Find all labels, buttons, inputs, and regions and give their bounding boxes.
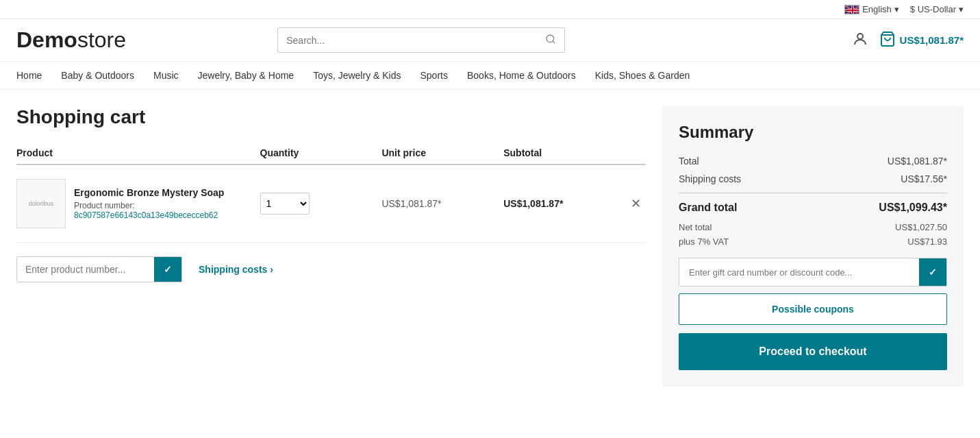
vat-row: plus 7% VAT US$71.93 <box>679 236 947 247</box>
cart-button[interactable]: US$1,081.87* <box>879 31 964 49</box>
top-bar: English ▾ $ US-Dollar ▾ <box>0 0 980 19</box>
gift-card-input[interactable] <box>679 259 919 286</box>
gift-card-row[interactable]: ✓ <box>679 258 947 287</box>
svg-point-11 <box>857 34 863 39</box>
total-label: Total <box>679 156 699 167</box>
grand-total-label: Grand total <box>679 202 737 214</box>
main-content: Shopping cart Product Quantity Unit pric… <box>0 90 980 403</box>
product-number-input[interactable] <box>17 257 154 282</box>
grand-total-row: Grand total US$1,099.43* <box>679 202 947 214</box>
product-name: Ergonomic Bronze Mystery Soap <box>74 187 224 198</box>
search-bar[interactable] <box>277 27 565 53</box>
net-total-value: US$1,027.50 <box>895 222 947 232</box>
nav-item-kids[interactable]: Kids, Shoes & Garden <box>595 70 690 81</box>
user-icon[interactable] <box>852 31 868 49</box>
vat-value: US$71.93 <box>907 236 947 247</box>
shipping-label: Shipping costs <box>679 173 741 184</box>
cart-section: Shopping cart Product Quantity Unit pric… <box>16 106 646 296</box>
nav-item-home[interactable]: Home <box>16 70 42 81</box>
col-subtotal: Subtotal <box>503 147 625 158</box>
nav-item-books[interactable]: Books, Home & Outdoors <box>467 70 576 81</box>
col-unit-price: Unit price <box>381 147 503 158</box>
currency-label: $ US-Dollar <box>910 4 956 14</box>
search-input[interactable] <box>286 35 545 46</box>
cart-total: US$1,081.87* <box>900 34 964 46</box>
nav-item-toys[interactable]: Toys, Jewelry & Kids <box>313 70 401 81</box>
summary-divider <box>679 193 947 193</box>
quantity-select[interactable]: 1 2 3 4 5 <box>261 193 309 214</box>
table-row: doloribus Ergonomic Bronze Mystery Soap … <box>16 165 646 243</box>
thumbnail-text: doloribus <box>29 200 54 207</box>
search-icon <box>545 34 556 47</box>
svg-point-9 <box>546 35 554 42</box>
product-number-input-wrapper[interactable]: ✓ <box>16 256 182 282</box>
product-number-submit-button[interactable]: ✓ <box>154 257 181 282</box>
nav-item-sports[interactable]: Sports <box>420 70 448 81</box>
net-total-row: Net total US$1,027.50 <box>679 222 947 232</box>
col-product: Product <box>16 147 260 158</box>
language-label: English <box>862 4 892 14</box>
summary-title: Summary <box>679 123 947 142</box>
cart-title: Shopping cart <box>16 106 646 128</box>
grand-total-value: US$1,099.43* <box>879 202 947 214</box>
language-chevron: ▾ <box>894 4 899 14</box>
unit-price: US$1,081.87* <box>381 198 503 209</box>
gift-card-check-icon: ✓ <box>929 267 937 278</box>
quantity-cell: 1 2 3 4 5 <box>260 193 382 215</box>
summary-total-row: Total US$1,081.87* <box>679 156 947 167</box>
quantity-wrapper[interactable]: 1 2 3 4 5 <box>260 193 310 215</box>
total-value: US$1,081.87* <box>888 156 947 167</box>
net-total-label: Net total <box>679 222 712 232</box>
shipping-value: US$17.56* <box>901 173 947 184</box>
product-thumbnail: doloribus <box>16 179 66 228</box>
product-info: doloribus Ergonomic Bronze Mystery Soap … <box>16 179 260 228</box>
summary-shipping-row: Shipping costs US$17.56* <box>679 173 947 184</box>
cart-icon <box>879 31 896 49</box>
svg-rect-8 <box>852 5 853 14</box>
subtotal: US$1,081.87* <box>503 198 625 209</box>
header: Demostore US$1,081.87* <box>0 19 980 62</box>
language-selector[interactable]: English ▾ <box>844 4 899 14</box>
shipping-costs-label: Shipping costs <box>199 264 267 275</box>
product-details: Ergonomic Bronze Mystery Soap Product nu… <box>74 187 224 220</box>
gift-card-submit-button[interactable]: ✓ <box>919 258 946 286</box>
possible-coupons-button[interactable]: Possible coupons <box>679 293 947 325</box>
summary-section: Summary Total US$1,081.87* Shipping cost… <box>662 106 964 387</box>
check-icon: ✓ <box>164 264 172 275</box>
nav-item-baby-outdoors[interactable]: Baby & Outdoors <box>61 70 134 81</box>
product-number-value: 8c907587e66143c0a13e49bececceb62 <box>74 210 224 220</box>
cart-table-header: Product Quantity Unit price Subtotal <box>16 142 646 165</box>
nav-item-music[interactable]: Music <box>153 70 179 81</box>
nav-item-jewelry[interactable]: Jewelry, Baby & Home <box>198 70 294 81</box>
logo[interactable]: Demostore <box>16 27 126 53</box>
checkout-button[interactable]: Proceed to checkout <box>679 333 947 370</box>
logo-bold: Demo <box>16 27 77 52</box>
currency-chevron: ▾ <box>959 4 964 14</box>
remove-item-button[interactable]: ✕ <box>625 196 646 211</box>
shipping-costs-arrow: › <box>270 264 273 275</box>
logo-light: store <box>77 27 126 52</box>
col-quantity: Quantity <box>260 147 382 158</box>
product-number-label: Product number: <box>74 201 224 210</box>
cart-bottom-row: ✓ Shipping costs › <box>16 243 646 296</box>
vat-label: plus 7% VAT <box>679 236 729 247</box>
header-actions: US$1,081.87* <box>852 31 964 49</box>
flag-icon <box>844 5 859 14</box>
svg-line-10 <box>553 41 555 43</box>
currency-selector[interactable]: $ US-Dollar ▾ <box>910 4 964 14</box>
shipping-costs-link[interactable]: Shipping costs › <box>199 264 273 275</box>
navigation: Home Baby & Outdoors Music Jewelry, Baby… <box>0 62 980 90</box>
